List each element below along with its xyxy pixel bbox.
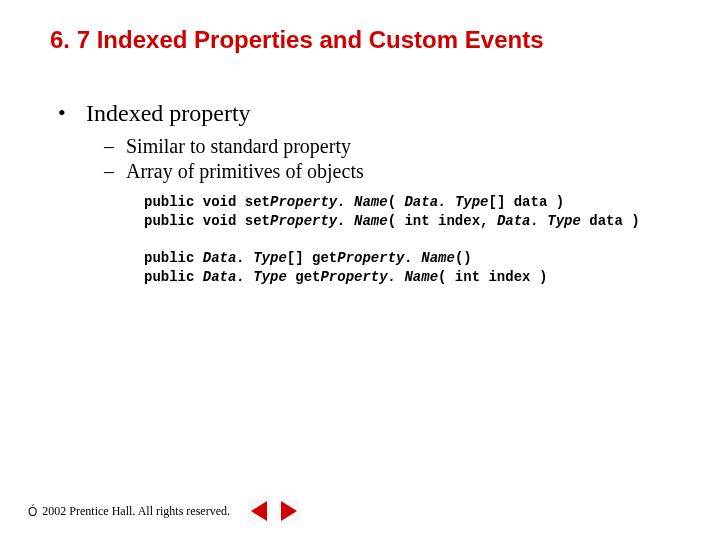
footer: Ó 2002 Prentice Hall. All rights reserve… [28,500,300,522]
code-ital: Data. Type [203,250,287,266]
code-tail: [] data ) [488,194,564,210]
code-ital: Property. Name [320,269,438,285]
bullet-level2: – Array of primitives of objects [104,160,700,183]
code-line: public Data. Type getProperty. Name( int… [144,268,700,287]
code-kw: public [144,250,203,266]
bullet-list: • Indexed property – Similar to standard… [58,100,700,287]
code-ital: Data. Type [203,269,287,285]
code-ital: Data. Type [497,213,581,229]
bullet-text: Array of primitives of objects [126,160,364,183]
next-button[interactable] [278,500,300,522]
bullet-level2: – Similar to standard property [104,135,700,158]
copyright-text: Ó 2002 Prentice Hall. All rights reserve… [28,504,230,519]
copyright-label: 2002 Prentice Hall. All rights reserved. [39,504,230,518]
code-ital: Property. Name [270,194,388,210]
prev-button[interactable] [248,500,270,522]
code-kw: public [144,269,203,285]
nav-arrows [248,500,300,522]
code-tail: ( int index ) [438,269,547,285]
code-punc: ( [388,194,405,210]
code-ital: Property. Name [270,213,388,229]
code-block: public void setProperty. Name( Data. Typ… [144,193,700,287]
bullet-text: Indexed property [86,100,251,127]
code-kw: public void set [144,213,270,229]
code-punc: ( int index, [388,213,497,229]
bullet-level1: • Indexed property [58,100,700,127]
copyright-symbol: Ó [28,505,39,519]
code-tail: data ) [581,213,640,229]
bullet-mark: • [58,100,86,124]
code-line: public void setProperty. Name( int index… [144,212,700,231]
arrow-left-icon [251,501,267,521]
code-ital: Property. Name [337,250,455,266]
code-punc: [] get [287,250,337,266]
code-line: public void setProperty. Name( Data. Typ… [144,193,700,212]
code-ital: Data. Type [404,194,488,210]
dash-mark: – [104,135,126,158]
code-tail: () [455,250,472,266]
bullet-text: Similar to standard property [126,135,351,158]
code-kw: public void set [144,194,270,210]
code-line: public Data. Type[] getProperty. Name() [144,249,700,268]
section-heading: 6. 7 Indexed Properties and Custom Event… [50,26,543,54]
arrow-right-icon [281,501,297,521]
code-punc: get [287,269,321,285]
dash-mark: – [104,160,126,183]
